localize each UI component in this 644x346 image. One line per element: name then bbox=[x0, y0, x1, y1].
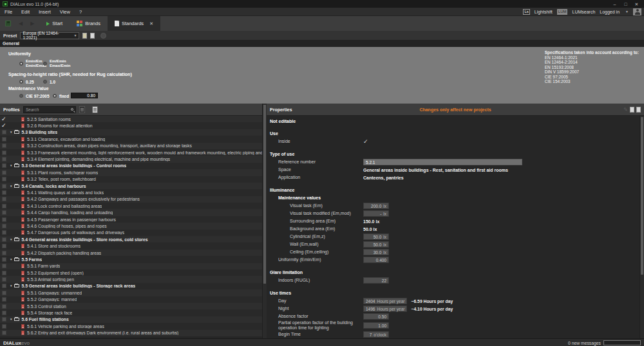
profile-checkbox[interactable] bbox=[2, 230, 6, 235]
profile-row[interactable]: 5.5.1 Farm yards bbox=[0, 263, 262, 269]
close-button[interactable]: ✕ bbox=[632, 1, 641, 8]
profile-row[interactable]: 5.4.4 Cargo handling, loading and unload… bbox=[0, 209, 262, 215]
profile-checkbox[interactable] bbox=[2, 257, 6, 262]
redo-arrow-icon[interactable]: ▶ bbox=[30, 21, 34, 26]
maximize-button[interactable]: □ bbox=[621, 1, 630, 8]
profile-row[interactable]: 5.5.4 Storage rack face bbox=[0, 309, 262, 316]
profile-checkbox[interactable] bbox=[2, 137, 6, 141]
sort-icon[interactable] bbox=[79, 106, 85, 113]
profile-row[interactable]: ✓5.2.6 Rooms for medical attention bbox=[0, 122, 262, 129]
profile-checkbox[interactable] bbox=[2, 197, 6, 201]
profile-row[interactable]: 5.4.2 Dispatch packing handling areas bbox=[0, 250, 262, 256]
profile-row[interactable]: ▼5.6 Fuel filling stations bbox=[0, 316, 262, 323]
search-input[interactable]: Search bbox=[23, 106, 76, 113]
tab-close-icon[interactable]: ✕ bbox=[149, 21, 153, 26]
profile-row[interactable]: 5.6.1 Vehicle parking and storage areas bbox=[0, 323, 262, 329]
profile-row[interactable]: 5.3.4 Element jointing, demanding electr… bbox=[0, 156, 262, 162]
menu-item-help[interactable]: ? bbox=[75, 9, 86, 15]
undo-arrow-icon[interactable]: ◀ bbox=[19, 21, 23, 26]
profile-checkbox[interactable] bbox=[2, 244, 6, 248]
profile-checkbox[interactable] bbox=[2, 237, 6, 242]
profile-checkbox[interactable] bbox=[2, 177, 6, 181]
expand-arrow-icon[interactable]: ▼ bbox=[10, 164, 12, 167]
minimize-button[interactable]: – bbox=[610, 1, 620, 8]
profile-checkbox[interactable]: ✓ bbox=[1, 117, 6, 122]
profile-row[interactable]: ▼5.3 Building sites bbox=[0, 129, 262, 136]
property-checkbox[interactable]: ✓ bbox=[363, 138, 368, 145]
profile-row[interactable]: ▼5.5 Farms bbox=[0, 256, 262, 262]
profile-checkbox[interactable] bbox=[2, 284, 6, 288]
profile-row[interactable]: 5.4.5 Passenger areas in passenger harbo… bbox=[0, 216, 262, 223]
profile-checkbox[interactable] bbox=[2, 170, 6, 175]
profile-row[interactable]: 5.4.7 Dangerous parts of walkways and dr… bbox=[0, 230, 262, 236]
expand-arrow-icon[interactable]: ▼ bbox=[10, 258, 12, 261]
profile-row[interactable]: 5.5.1 Gangways: unmanned bbox=[0, 289, 262, 296]
profile-checkbox[interactable] bbox=[2, 331, 6, 335]
profile-checkbox[interactable] bbox=[2, 324, 6, 329]
menu-item-file[interactable]: File bbox=[0, 9, 17, 15]
profile-checkbox[interactable] bbox=[2, 277, 6, 282]
delete-preset-icon[interactable] bbox=[100, 33, 106, 39]
maintenance-radio-fixed[interactable] bbox=[53, 94, 57, 98]
property-input[interactable]: 5.2.1 bbox=[363, 159, 522, 165]
filter-icon[interactable] bbox=[92, 106, 98, 113]
profile-row[interactable]: 5.5.3 Control station bbox=[0, 303, 262, 309]
uniformity-radio-1[interactable] bbox=[19, 62, 23, 66]
profile-checkbox[interactable] bbox=[2, 271, 6, 275]
lumsearch-button[interactable]: LUMsearch bbox=[572, 10, 595, 14]
profile-checkbox[interactable] bbox=[2, 163, 6, 168]
profile-row[interactable]: 5.4.1 Store and stockrooms bbox=[0, 242, 262, 249]
save-icon[interactable] bbox=[5, 21, 11, 26]
shr-radio-2[interactable] bbox=[43, 80, 47, 84]
property-value-box[interactable]: 7o'clock bbox=[363, 331, 389, 338]
profile-checkbox[interactable] bbox=[2, 311, 6, 315]
shr-radio-1[interactable] bbox=[19, 80, 23, 84]
property-value-box[interactable]: 30.0lx bbox=[363, 249, 389, 255]
duplicate-preset-icon[interactable] bbox=[82, 33, 87, 39]
uniformity-radio-2[interactable] bbox=[43, 62, 47, 66]
tab-brands[interactable]: Brands bbox=[70, 16, 108, 31]
profile-row[interactable]: 5.6.2 Entry and exit driveways Dark envi… bbox=[0, 330, 262, 336]
menu-item-view[interactable]: View bbox=[55, 9, 75, 15]
expand-arrow-icon[interactable]: ▼ bbox=[10, 238, 12, 241]
profile-checkbox[interactable] bbox=[2, 297, 6, 302]
menu-item-edit[interactable]: Edit bbox=[17, 9, 34, 15]
expand-arrow-icon[interactable]: ▼ bbox=[10, 185, 12, 188]
profile-row[interactable]: 5.5.2 Gangways: manned bbox=[0, 296, 262, 303]
profile-checkbox[interactable] bbox=[2, 190, 6, 195]
property-value-box[interactable]: 200.0lx bbox=[363, 203, 389, 209]
user-avatar-icon[interactable] bbox=[633, 8, 641, 15]
profile-checkbox[interactable] bbox=[2, 251, 6, 255]
properties-scrollbar-thumb[interactable] bbox=[641, 117, 643, 275]
profile-row[interactable]: 5.3.1 Clearance, excavation and loading bbox=[0, 136, 262, 142]
tab-standards[interactable]: Standards ✕ bbox=[108, 16, 160, 31]
profile-row[interactable]: ▼5.5 General areas inside buildings - St… bbox=[0, 283, 262, 289]
lightshift-button[interactable]: Lightshift bbox=[535, 10, 553, 14]
menu-item-insert[interactable]: Insert bbox=[34, 9, 55, 15]
property-value-box[interactable]: 0.50 bbox=[363, 313, 389, 320]
copy-preset-icon[interactable] bbox=[90, 33, 95, 39]
profile-row[interactable]: ▼5.4 General areas inside buildings - St… bbox=[0, 236, 262, 242]
expand-arrow-icon[interactable]: ▼ bbox=[10, 318, 12, 321]
property-value-box[interactable]: 2404Hours per year bbox=[363, 298, 407, 304]
profile-checkbox[interactable] bbox=[2, 157, 6, 161]
profile-row[interactable]: ▼5.4 Canals, locks and harbours bbox=[0, 183, 262, 189]
profiles-scrollbar[interactable] bbox=[262, 104, 267, 338]
profile-checkbox[interactable] bbox=[2, 184, 6, 188]
property-value-box[interactable]: 1496Hours per year bbox=[363, 305, 407, 312]
property-value-box[interactable]: -lx bbox=[363, 210, 389, 217]
profile-checkbox[interactable] bbox=[2, 204, 6, 208]
profile-checkbox[interactable] bbox=[2, 304, 6, 309]
profile-row[interactable]: 5.3.2 Telex, post room, switchboard bbox=[0, 176, 262, 183]
profile-checkbox[interactable] bbox=[2, 143, 6, 148]
tab-start[interactable]: Start bbox=[39, 16, 70, 31]
profile-checkbox[interactable] bbox=[2, 224, 6, 228]
profile-row[interactable]: ✓5.2.5 Sanitation rooms bbox=[0, 116, 262, 122]
profile-row[interactable]: 5.4.2 Gangways and passages exclusively … bbox=[0, 196, 262, 203]
profile-checkbox[interactable] bbox=[2, 291, 6, 295]
profile-row[interactable]: 5.5.2 Equipment shed (open) bbox=[0, 269, 262, 276]
profile-checkbox[interactable] bbox=[2, 150, 6, 155]
property-value-box[interactable]: 0.400 bbox=[363, 257, 389, 263]
profile-checkbox[interactable] bbox=[2, 210, 6, 215]
messages-label[interactable]: 0 new messages bbox=[568, 341, 601, 345]
